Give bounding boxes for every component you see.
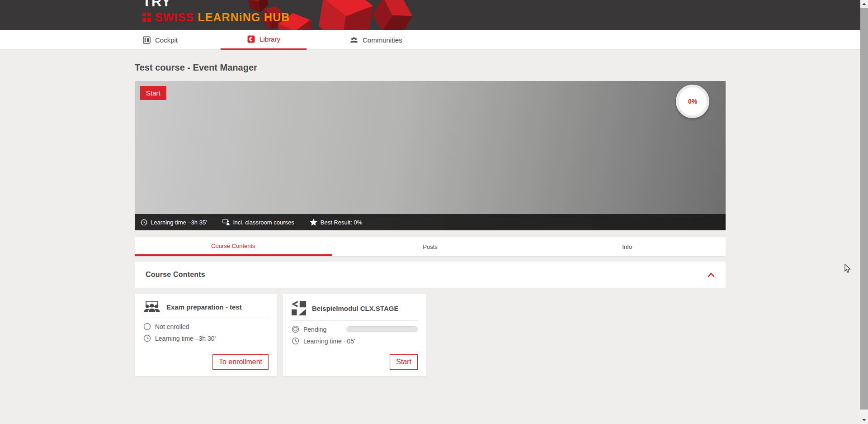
classroom-group-icon xyxy=(143,301,160,313)
cockpit-dashboard-icon xyxy=(142,36,151,44)
brand-squares-icon xyxy=(142,13,151,22)
collapse-section-button[interactable] xyxy=(708,272,715,277)
brand-name-primary: SWISS xyxy=(155,11,194,24)
scroll-down-arrow-icon xyxy=(862,419,866,421)
library-book-icon xyxy=(247,35,255,43)
nav-label-library: Library xyxy=(259,35,280,43)
meta-learning-time: Learning time –3h 35' xyxy=(141,219,207,226)
module-status: Not enrolled xyxy=(155,323,189,330)
double-circle-outline-icon xyxy=(292,325,299,333)
clx-module-logo-icon xyxy=(292,301,306,315)
module-status-row: Not enrolled xyxy=(143,323,269,330)
nav-item-cockpit[interactable]: Cockpit xyxy=(142,30,178,50)
module-title: Exam preparation - test xyxy=(166,303,242,311)
start-module-button[interactable]: Start xyxy=(390,354,418,370)
star-icon xyxy=(310,219,317,226)
brand-name-secondary: LEARNiNG HUB xyxy=(198,11,290,24)
circle-outline-icon xyxy=(143,323,151,330)
tab-posts[interactable]: Posts xyxy=(332,237,529,256)
course-tabs: Course Contents Posts Info xyxy=(135,237,726,257)
tab-info[interactable]: Info xyxy=(528,237,726,256)
scrollbar-up-button[interactable] xyxy=(860,0,868,8)
course-contents-section-header: Course Contents xyxy=(135,262,726,288)
scrollbar-thumb[interactable] xyxy=(860,8,868,410)
module-status-row: Pending xyxy=(292,325,418,333)
brand-logo: SWISS LEARNiNG HUB xyxy=(142,11,290,24)
course-meta-bar: Learning time –3h 35' incl. classroom co… xyxy=(135,214,726,230)
to-enrollment-button[interactable]: To enrollment xyxy=(212,354,269,370)
course-module-card: Beispielmodul CLX.STAGE Pending Learning… xyxy=(283,294,426,376)
brand-block: TRY version SWISS LEARNiNG HUB xyxy=(142,0,290,24)
card-divider xyxy=(292,320,418,321)
main-nav: Cockpit Library Communities xyxy=(0,30,868,50)
scrollbar-down-button[interactable] xyxy=(860,416,868,424)
hero-start-button[interactable]: Start xyxy=(140,86,166,100)
module-learning-time: Learning time –05' xyxy=(303,338,355,345)
module-learning-time-row: Learning time –3h 30' xyxy=(143,334,269,342)
communities-people-icon xyxy=(349,36,359,44)
section-title: Course Contents xyxy=(146,271,205,279)
module-title: Beispielmodul CLX.STAGE xyxy=(312,305,398,312)
meta-classroom: incl. classroom courses xyxy=(222,219,294,226)
trial-label: TRY xyxy=(142,0,171,10)
progress-value: 0% xyxy=(688,98,697,105)
clock-icon xyxy=(292,337,299,345)
mouse-cursor xyxy=(844,264,851,273)
meta-best-result: Best Result: 0% xyxy=(310,219,363,226)
module-progress-bar xyxy=(346,326,418,332)
scroll-up-arrow-icon xyxy=(862,3,866,5)
progress-badge: 0% xyxy=(676,85,709,118)
page-title: Test course - Event Manager xyxy=(135,62,257,73)
module-learning-time-row: Learning time –05' xyxy=(292,337,418,345)
nav-item-communities[interactable]: Communities xyxy=(349,30,402,50)
nav-item-library[interactable]: Library xyxy=(221,30,307,50)
clock-icon xyxy=(143,334,151,342)
module-status: Pending xyxy=(303,326,326,333)
course-module-card: Exam preparation - test Not enrolled Lea… xyxy=(135,294,277,376)
tab-course-contents[interactable]: Course Contents xyxy=(135,237,332,256)
app-header: TRY version SWISS LEARNiNG HUB xyxy=(0,0,868,30)
nav-label-cockpit: Cockpit xyxy=(155,36,178,44)
vertical-scrollbar xyxy=(860,0,868,424)
trial-version-label: version xyxy=(174,0,190,1)
module-learning-time: Learning time –3h 30' xyxy=(155,335,216,342)
nav-label-communities: Communities xyxy=(363,36,402,44)
clock-icon xyxy=(141,219,147,226)
classroom-icon xyxy=(222,219,230,225)
chevron-up-icon xyxy=(708,272,715,277)
card-divider xyxy=(143,318,269,318)
course-banner: Start 0% Learning time –3h 35' incl. cla… xyxy=(135,81,726,230)
